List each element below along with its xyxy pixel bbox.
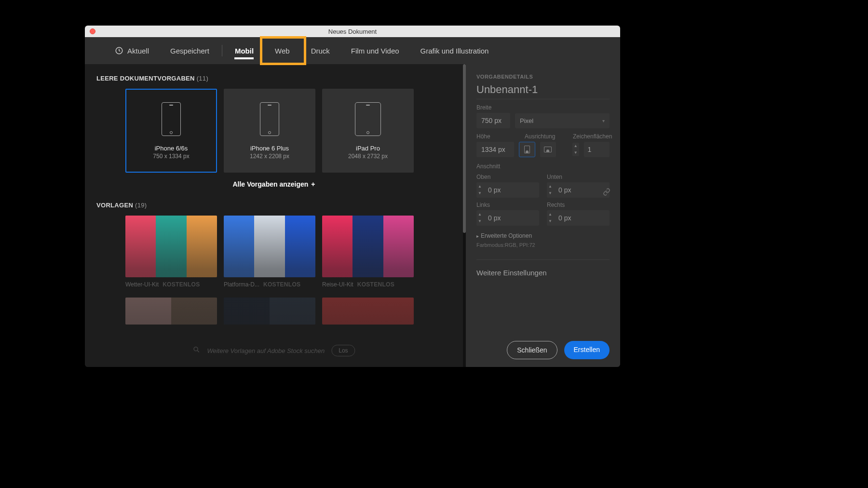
search-icon: [192, 346, 200, 355]
phone-icon: [260, 102, 279, 136]
artboards-stepper[interactable]: ▲▼: [572, 143, 579, 156]
window-title: Neues Dokument: [85, 28, 620, 35]
svg-point-1: [194, 347, 198, 351]
bleed-bottom-input[interactable]: ▲▼0 px: [547, 182, 610, 198]
close-window-button[interactable]: [90, 28, 95, 34]
document-name-input[interactable]: Unbenannt-1: [476, 83, 610, 99]
color-mode-info: Farbmodus:RGB, PPI:72: [476, 242, 610, 248]
height-input[interactable]: 1334 px: [476, 142, 514, 157]
template-row-2: [125, 298, 451, 325]
bleed-top-label: Oben: [476, 174, 539, 180]
artboards-label: Zeichenflächen: [573, 133, 612, 140]
bleed-right-input[interactable]: ▲▼0 px: [547, 210, 610, 226]
chevron-up-icon: ▲: [572, 143, 579, 149]
tab-gespeichert[interactable]: Gespeichert: [160, 37, 220, 64]
close-button[interactable]: Schließen: [507, 341, 557, 359]
bleed-top-input[interactable]: ▲▼0 px: [476, 182, 539, 198]
template-platforma[interactable]: Platforma-D...KOSTENLOS: [224, 216, 315, 288]
category-tabbar: Aktuell Gespeichert Mobil Web Druck Film…: [85, 37, 620, 64]
search-go-button[interactable]: Los: [331, 345, 355, 356]
portrait-icon: [524, 146, 530, 153]
stock-search-bar[interactable]: Weitere Vorlagen auf Adobe Stock suchen …: [192, 345, 355, 356]
tab-film-video[interactable]: Film und Video: [340, 37, 410, 64]
advanced-options-toggle[interactable]: ▸Erweiterte Optionen: [476, 232, 610, 239]
bleed-bottom-label: Unten: [547, 174, 610, 180]
show-all-presets[interactable]: Alle Vorgaben anzeigen+: [96, 180, 451, 188]
footer-buttons: Schließen Erstellen: [476, 331, 610, 359]
phone-icon: [162, 102, 181, 136]
orientation-label: Ausrichtung: [525, 133, 563, 140]
tablet-icon: [355, 102, 381, 136]
width-label: Breite: [476, 104, 610, 111]
details-label: VORGABENDETAILS: [476, 74, 610, 80]
bleed-left-input[interactable]: ▲▼0 px: [476, 210, 539, 226]
chevron-right-icon: ▸: [476, 233, 479, 239]
presets-row: iPhone 6/6s 750 x 1334 px iPhone 6 Plus …: [125, 89, 451, 173]
details-panel: VORGABENDETAILS Unbenannt-1 Breite 750 p…: [466, 64, 620, 367]
tab-mobil[interactable]: Mobil: [224, 37, 264, 64]
template-thumb: [224, 298, 315, 325]
new-document-window: Neues Dokument Aktuell Gespeichert Mobil…: [85, 26, 620, 367]
template-item[interactable]: [125, 298, 217, 325]
unit-dropdown[interactable]: Pixel ▾: [515, 113, 610, 128]
plus-icon: +: [311, 180, 315, 188]
content-area: LEERE DOKUMENTVORGABEN (11) iPhone 6/6s …: [85, 64, 620, 367]
templates-section-label: VORLAGEN (19): [96, 202, 451, 209]
template-thumb: [125, 216, 217, 277]
orientation-portrait[interactable]: [519, 142, 535, 157]
left-panel: LEERE DOKUMENTVORGABEN (11) iPhone 6/6s …: [85, 64, 463, 367]
tab-grafik-illustration[interactable]: Grafik und Illustration: [410, 37, 500, 64]
chevron-down-icon: ▼: [572, 149, 579, 156]
orientation-landscape[interactable]: [540, 142, 556, 157]
link-icon[interactable]: [603, 188, 610, 198]
width-input[interactable]: 750 px: [476, 113, 510, 128]
template-item[interactable]: [322, 298, 414, 325]
template-wetter[interactable]: Wetter-UI-KitKOSTENLOS: [125, 216, 217, 288]
template-thumb: [125, 298, 217, 325]
bleed-left-label: Links: [476, 202, 539, 208]
template-thumb: [322, 216, 414, 277]
presets-section-label: LEERE DOKUMENTVORGABEN (11): [96, 75, 451, 82]
tab-aktuell[interactable]: Aktuell: [104, 37, 160, 64]
titlebar: Neues Dokument: [85, 26, 620, 37]
preset-iphone-6[interactable]: iPhone 6/6s 750 x 1334 px: [125, 89, 217, 173]
preset-ipad-pro[interactable]: iPad Pro 2048 x 2732 px: [322, 89, 414, 173]
template-thumb: [224, 216, 315, 277]
search-placeholder: Weitere Vorlagen auf Adobe Stock suchen: [207, 347, 325, 354]
bleed-label: Anschnitt: [476, 163, 610, 170]
artboards-input[interactable]: 1: [584, 142, 610, 157]
tab-druck[interactable]: Druck: [300, 37, 340, 64]
chevron-down-icon: ▾: [602, 118, 605, 123]
create-button[interactable]: Erstellen: [564, 341, 610, 359]
template-thumb: [322, 298, 414, 325]
template-reise[interactable]: Reise-UI-KitKOSTENLOS: [322, 216, 414, 288]
clock-icon: [115, 46, 123, 55]
preset-iphone-6-plus[interactable]: iPhone 6 Plus 1242 x 2208 px: [224, 89, 315, 173]
tab-web[interactable]: Web: [264, 37, 300, 64]
template-row-1: Wetter-UI-KitKOSTENLOS Platforma-D...KOS…: [125, 216, 451, 288]
bleed-right-label: Rechts: [547, 202, 610, 208]
templates-section: VORLAGEN (19) Wetter-UI-KitKOSTENLOS Pla…: [96, 202, 451, 325]
more-settings-button[interactable]: Weitere Einstellungen: [476, 259, 610, 277]
template-item[interactable]: [224, 298, 315, 325]
height-label: Höhe: [476, 133, 515, 140]
landscape-icon: [544, 147, 552, 152]
tab-divider: [222, 45, 222, 56]
